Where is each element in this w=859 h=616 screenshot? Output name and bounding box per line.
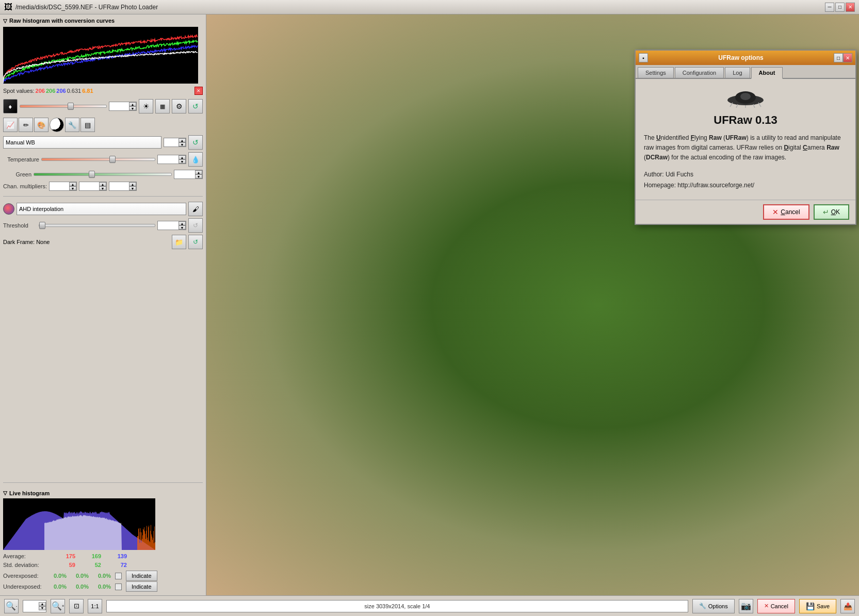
overexposed-indicate-btn[interactable]: Indicate [126, 571, 157, 581]
threshold-row: Threshold 0 ▲ ▼ ↺ [3, 218, 203, 233]
temperature-slider[interactable] [41, 158, 155, 161]
color-tool-btn[interactable]: 🎨 [34, 118, 48, 132]
wb-input[interactable]: 0 [164, 139, 179, 146]
dialog-title: UFRaw options [648, 54, 834, 61]
green-spinner[interactable]: 1.076 ▲ ▼ [174, 170, 203, 179]
cancel-button[interactable]: ✕ Cancel [757, 599, 795, 613]
pencil-tool-btn[interactable]: ✏ [19, 118, 33, 132]
tab-log[interactable]: Log [725, 67, 750, 78]
white-balance-select[interactable]: Manual WB Camera WB Auto WB [3, 136, 161, 149]
zoom-down-btn[interactable]: ▼ [39, 606, 46, 610]
threshold-slider[interactable] [39, 224, 155, 227]
tab-settings[interactable]: Settings [638, 67, 674, 78]
barcode-tool-btn[interactable]: ▤ [80, 118, 95, 132]
raw-histogram-box [3, 27, 198, 84]
wb-down[interactable]: ▼ [179, 142, 186, 147]
chan2-down[interactable]: ▼ [99, 186, 106, 190]
threshold-spinner[interactable]: 0 ▲ ▼ [157, 221, 186, 230]
camera-icon-btn[interactable]: 📷 [739, 599, 753, 613]
cancel-label-text: Cancel [781, 208, 800, 216]
green-down[interactable]: ▼ [195, 174, 202, 179]
zoom-in-button[interactable]: 🔍+ [51, 599, 65, 613]
dark-frame-load-btn[interactable]: 📁 [172, 235, 186, 249]
clean-icon[interactable]: 🖌 [188, 202, 203, 216]
options-button[interactable]: 🔧 Options [692, 599, 735, 613]
under-g: 0.0% [71, 583, 89, 590]
thresh-refresh-icon[interactable]: ↺ [188, 218, 203, 233]
exposure-icon[interactable]: ⬧ [3, 99, 18, 114]
chan1-up[interactable]: ▲ [69, 182, 76, 186]
chan-spinner-3[interactable]: 1.327 ▲ ▼ [109, 182, 137, 191]
maximize-button[interactable]: □ [835, 3, 845, 12]
spot-close-button[interactable]: ✕ [195, 87, 203, 95]
dialog-cancel-button[interactable]: ✕ Cancel [763, 204, 809, 220]
overexposed-checkbox[interactable] [115, 573, 122, 579]
zoom-up-btn[interactable]: ▲ [39, 602, 46, 606]
zoom-out-button[interactable]: 🔍- [4, 599, 19, 613]
exposure-up[interactable]: ▲ [129, 102, 136, 106]
chan1-down[interactable]: ▼ [69, 186, 76, 190]
thresh-up[interactable]: ▲ [179, 221, 186, 225]
dialog-author: Author: Udi Fuchs Homepage: http://ufraw… [644, 169, 847, 191]
threshold-input[interactable]: 0 [158, 222, 179, 229]
svg-line-7 [758, 103, 761, 107]
zoom-input-wrap[interactable]: 25 ▲ ▼ [23, 600, 46, 612]
brightness-icon[interactable]: ☀ [139, 99, 153, 114]
underexposed-checkbox[interactable] [115, 583, 122, 590]
green-up[interactable]: ▲ [195, 170, 202, 174]
exposure-slider[interactable] [20, 105, 107, 108]
green-input[interactable]: 1.076 [174, 171, 195, 178]
interpolation-select[interactable]: AHD interpolation VNG interpolation [17, 203, 186, 215]
dialog-resize-btn[interactable]: □ [834, 53, 843, 62]
lens-tool-btn[interactable]: 🔧 [65, 118, 79, 132]
chan-input-1[interactable]: 2.343 [50, 183, 69, 190]
wb-up[interactable]: ▲ [179, 138, 186, 142]
temp-up[interactable]: ▲ [179, 155, 186, 159]
wb-spinner[interactable]: 0 ▲ ▼ [164, 138, 186, 147]
save-button[interactable]: 💾 Save [799, 599, 836, 613]
refresh-icon[interactable]: ↺ [188, 99, 203, 114]
close-button[interactable]: ✕ [846, 3, 855, 12]
temp-down[interactable]: ▼ [179, 159, 186, 164]
interpolation-row: AHD interpolation VNG interpolation 🖌 [3, 202, 203, 216]
chan2-up[interactable]: ▲ [99, 182, 106, 186]
dialog-icon-btn[interactable]: ▪ [639, 53, 648, 62]
exposure-down[interactable]: ▼ [129, 106, 136, 110]
export-icon-btn[interactable]: 📤 [840, 599, 855, 613]
dialog-ok-button[interactable]: ↵ OK [814, 204, 849, 220]
zoom-100-button[interactable]: 1:1 [88, 599, 102, 613]
overexposed-label: Overexposed: [3, 573, 44, 579]
std-b: 72 [111, 561, 127, 570]
grid-icon[interactable]: ▦ [155, 99, 170, 114]
minimize-button[interactable]: ─ [825, 3, 834, 12]
chan-spinner-2[interactable]: 1.000 ▲ ▼ [79, 182, 107, 191]
over-r: 0.0% [48, 573, 67, 579]
temperature-input[interactable]: 5618 [158, 156, 179, 163]
collapse-triangle[interactable]: ▽ [3, 18, 7, 24]
chan3-down[interactable]: ▼ [129, 186, 136, 190]
underexposed-indicate-btn[interactable]: Indicate [126, 581, 157, 592]
dark-frame-refresh-btn[interactable]: ↺ [188, 235, 203, 249]
live-collapse-triangle[interactable]: ▽ [3, 490, 7, 496]
dialog-close-btn[interactable]: ✕ [843, 53, 852, 62]
chan-input-3[interactable]: 1.327 [109, 183, 129, 190]
settings-icon[interactable]: ⚙ [172, 99, 186, 114]
eyedropper-icon[interactable]: 💧 [188, 152, 203, 167]
chan-input-2[interactable]: 1.000 [79, 183, 99, 190]
exposure-spinner[interactable]: 1.64 ▲ ▼ [109, 102, 137, 111]
green-slider[interactable] [34, 173, 172, 176]
contrast-tool-btn[interactable] [50, 118, 64, 132]
tab-about[interactable]: About [751, 67, 783, 79]
exposure-input[interactable]: 1.64 [109, 103, 129, 110]
wb-refresh-icon[interactable]: ↺ [188, 135, 203, 150]
thresh-down[interactable]: ▼ [179, 225, 186, 230]
zoom-value-input[interactable]: 25 [23, 603, 39, 609]
curve-tool-btn[interactable]: 📈 [3, 118, 18, 132]
zoom-fit-button[interactable]: ⊡ [69, 599, 84, 613]
underexposed-label: Underexposed: [3, 583, 44, 590]
chan-spinner-1[interactable]: 2.343 ▲ ▼ [49, 182, 77, 191]
chan3-up[interactable]: ▲ [129, 182, 136, 186]
main-layout: ▽ Raw histogram with conversion curves S… [0, 14, 859, 595]
temperature-spinner[interactable]: 5618 ▲ ▼ [157, 155, 186, 164]
tab-configuration[interactable]: Configuration [675, 67, 724, 78]
